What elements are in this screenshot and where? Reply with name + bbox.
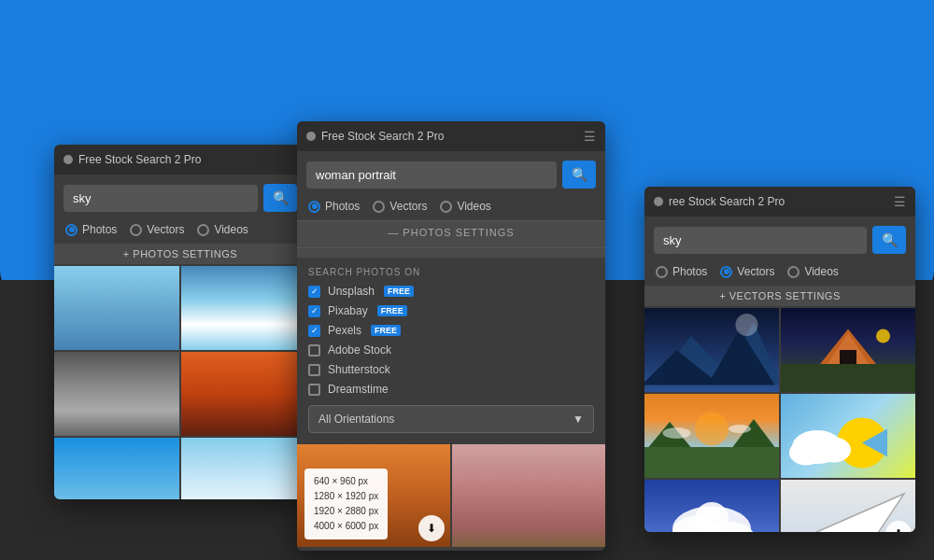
download-icon-1: ⬇ (427, 522, 436, 535)
menu-icon-right[interactable]: ☰ (894, 194, 906, 209)
radio-label-photos-left: Photos (82, 223, 117, 236)
source-name-adobe: Adobe Stock (328, 343, 391, 357)
radio-label-photos-right: Photos (672, 265, 707, 278)
radio-label-videos-right: Videos (804, 265, 838, 278)
search-button-center[interactable]: 🔍 (562, 161, 596, 189)
titlebar-left: Free Stock Search 2 Pro (54, 145, 306, 175)
radio-photos-center[interactable]: Photos (308, 200, 360, 213)
close-button-right[interactable] (654, 197, 663, 206)
titlebar-right: ree Stock Search 2 Pro ☰ (644, 187, 915, 217)
radio-circle-photos-right (656, 266, 668, 278)
size-popup: 640 × 960 px 1280 × 1920 px 1920 × 2880 … (304, 469, 388, 539)
svg-rect-8 (644, 447, 779, 478)
search-input-right[interactable] (654, 227, 867, 254)
checkbox-pixabay[interactable]: Pixabay FREE (308, 304, 594, 317)
badge-pexels: FREE (371, 325, 401, 336)
vec-cell-3[interactable] (644, 394, 779, 478)
svg-point-18 (817, 438, 851, 463)
badge-unsplash: FREE (384, 286, 414, 297)
size-option-1[interactable]: 640 × 960 px (314, 474, 378, 489)
settings-section: SEARCH PHOTOS ON Unsplash FREE Pixabay F… (297, 258, 605, 442)
image-grid-right: From talhakhali007 on Pixabay ⬇ (644, 308, 915, 532)
svg-point-12 (663, 427, 691, 439)
image-cell-4[interactable] (181, 352, 306, 436)
badge-pixabay: FREE (377, 305, 407, 316)
checkbox-unsplash[interactable]: Unsplash FREE (308, 285, 594, 298)
svg-rect-6 (840, 350, 856, 364)
image-cell-2[interactable] (181, 266, 306, 350)
radio-circle-photos-left (65, 224, 78, 236)
image-cell-6[interactable] (181, 438, 306, 499)
source-name-dreamstime: Dreamstime (328, 383, 389, 396)
checkbox-adobe[interactable]: Adobe Stock (308, 343, 594, 357)
search-bar-left: 🔍 (64, 184, 297, 212)
radio-photos-left[interactable]: Photos (65, 223, 117, 236)
vec-cell-6[interactable]: From talhakhali007 on Pixabay ⬇ (781, 480, 915, 532)
checkbox-icon-shutterstock (308, 364, 320, 376)
radio-videos-center[interactable]: Videos (440, 200, 490, 213)
search-input-left[interactable] (64, 185, 258, 212)
radio-circle-videos-left (197, 224, 209, 236)
orientation-dropdown[interactable]: All Orientations ▼ (308, 405, 594, 433)
checkbox-icon-adobe (308, 344, 320, 357)
radio-videos-right[interactable]: Videos (787, 265, 838, 278)
download-button-1[interactable]: ⬇ (418, 515, 445, 541)
results-row-center: ⬇ 640 × 960 px 1280 × 1920 px 1920 × 288… (297, 444, 605, 547)
checkbox-pexels[interactable]: Pexels FREE (308, 324, 594, 337)
window-title-right: ree Stock Search 2 Pro (669, 195, 785, 208)
search-on-label: SEARCH PHOTOS ON (308, 267, 594, 277)
settings-toggle-label-left: + PHOTOS SETTINGS (123, 248, 237, 259)
close-button-center[interactable] (306, 132, 316, 141)
radio-circle-photos-center (308, 201, 320, 213)
settings-toggle-left[interactable]: + PHOTOS SETTINGS (54, 244, 306, 264)
checkbox-dreamstime[interactable]: Dreamstime (308, 383, 594, 396)
menu-icon-center[interactable]: ☰ (584, 129, 596, 144)
result-image-1[interactable]: ⬇ 640 × 960 px 1280 × 1920 px 1920 × 288… (297, 444, 450, 547)
window-title-left: Free Stock Search 2 Pro (78, 153, 201, 166)
search-icon-right: 🔍 (882, 232, 898, 247)
radio-circle-vectors-center (373, 201, 385, 213)
radio-vectors-center[interactable]: Vectors (373, 200, 427, 213)
search-input-center[interactable] (306, 161, 557, 189)
radio-vectors-left[interactable]: Vectors (130, 223, 184, 236)
close-button-left[interactable] (64, 155, 73, 164)
image-cell-5[interactable] (54, 438, 179, 499)
radio-label-videos-left: Videos (214, 223, 248, 236)
search-bar-right: 🔍 (654, 226, 906, 254)
size-option-3[interactable]: 1920 × 2880 px (314, 504, 378, 519)
image-cell-3[interactable] (54, 352, 179, 436)
radio-vectors-right[interactable]: Vectors (720, 265, 774, 278)
vec-cell-1[interactable] (644, 308, 779, 392)
size-option-2[interactable]: 1280 × 1920 px (314, 489, 378, 504)
search-button-left[interactable]: 🔍 (263, 184, 297, 212)
window-title-center: Free Stock Search 2 Pro (321, 130, 444, 143)
settings-toggle-right[interactable]: + VECTORS SETTINGS (644, 286, 915, 306)
size-option-4[interactable]: 4000 × 6000 px (314, 519, 378, 534)
search-button-right[interactable]: 🔍 (872, 226, 906, 254)
radio-label-videos-center: Videos (457, 200, 490, 213)
radio-group-left: Photos Vectors Videos (54, 219, 306, 244)
checkbox-shutterstock[interactable]: Shutterstock (308, 363, 594, 376)
radio-label-vectors-right: Vectors (737, 265, 774, 278)
svg-point-7 (876, 329, 890, 343)
window-right: ree Stock Search 2 Pro ☰ 🔍 Photos Vector… (644, 187, 915, 532)
radio-photos-right[interactable]: Photos (656, 265, 707, 278)
vec-cell-4[interactable] (781, 394, 915, 478)
orientation-value: All Orientations (318, 413, 394, 426)
vec-cell-5[interactable] (644, 480, 779, 532)
source-name-unsplash: Unsplash (328, 285, 375, 298)
checkbox-icon-unsplash (308, 286, 320, 298)
svg-point-22 (695, 502, 729, 532)
settings-header-center: — PHOTOS SETTINGS (297, 221, 605, 248)
chevron-down-icon: ▼ (573, 413, 584, 426)
radio-videos-left[interactable]: Videos (197, 223, 248, 236)
result-image-2[interactable] (452, 444, 605, 547)
image-cell-1[interactable] (54, 266, 179, 350)
vec-cell-2[interactable] (781, 308, 915, 392)
search-bar-center: 🔍 (306, 161, 596, 189)
radio-circle-videos-right (787, 266, 800, 278)
radio-circle-videos-center (440, 201, 452, 213)
radio-label-vectors-left: Vectors (147, 223, 184, 236)
settings-toggle-label-right: + VECTORS SETTINGS (719, 290, 841, 301)
svg-marker-10 (733, 419, 775, 447)
